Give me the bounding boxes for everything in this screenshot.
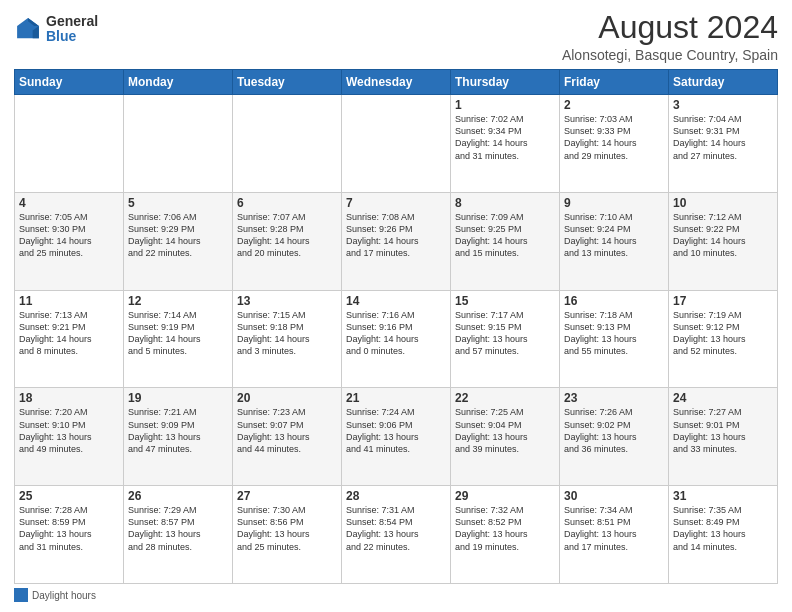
main-title: August 2024 (562, 10, 778, 45)
calendar-cell: 5Sunrise: 7:06 AM Sunset: 9:29 PM Daylig… (124, 192, 233, 290)
calendar-cell: 25Sunrise: 7:28 AM Sunset: 8:59 PM Dayli… (15, 486, 124, 584)
day-info: Sunrise: 7:25 AM Sunset: 9:04 PM Dayligh… (455, 407, 528, 453)
calendar-cell: 23Sunrise: 7:26 AM Sunset: 9:02 PM Dayli… (560, 388, 669, 486)
day-info: Sunrise: 7:06 AM Sunset: 9:29 PM Dayligh… (128, 212, 201, 258)
day-info: Sunrise: 7:21 AM Sunset: 9:09 PM Dayligh… (128, 407, 201, 453)
day-number: 25 (19, 489, 119, 503)
day-number: 9 (564, 196, 664, 210)
calendar-cell: 10Sunrise: 7:12 AM Sunset: 9:22 PM Dayli… (669, 192, 778, 290)
calendar-cell: 13Sunrise: 7:15 AM Sunset: 9:18 PM Dayli… (233, 290, 342, 388)
day-info: Sunrise: 7:05 AM Sunset: 9:30 PM Dayligh… (19, 212, 92, 258)
day-number: 6 (237, 196, 337, 210)
day-number: 19 (128, 391, 228, 405)
day-info: Sunrise: 7:19 AM Sunset: 9:12 PM Dayligh… (673, 310, 746, 356)
weekday-header: Tuesday (233, 70, 342, 95)
day-info: Sunrise: 7:04 AM Sunset: 9:31 PM Dayligh… (673, 114, 746, 160)
day-info: Sunrise: 7:03 AM Sunset: 9:33 PM Dayligh… (564, 114, 637, 160)
day-number: 7 (346, 196, 446, 210)
day-info: Sunrise: 7:27 AM Sunset: 9:01 PM Dayligh… (673, 407, 746, 453)
calendar-cell: 16Sunrise: 7:18 AM Sunset: 9:13 PM Dayli… (560, 290, 669, 388)
weekday-header: Sunday (15, 70, 124, 95)
subtitle: Alonsotegi, Basque Country, Spain (562, 47, 778, 63)
day-number: 30 (564, 489, 664, 503)
calendar-cell: 15Sunrise: 7:17 AM Sunset: 9:15 PM Dayli… (451, 290, 560, 388)
legend-item: Daylight hours (14, 588, 96, 602)
calendar-cell: 12Sunrise: 7:14 AM Sunset: 9:19 PM Dayli… (124, 290, 233, 388)
day-number: 27 (237, 489, 337, 503)
day-number: 5 (128, 196, 228, 210)
day-number: 13 (237, 294, 337, 308)
calendar-cell: 8Sunrise: 7:09 AM Sunset: 9:25 PM Daylig… (451, 192, 560, 290)
day-number: 24 (673, 391, 773, 405)
day-info: Sunrise: 7:09 AM Sunset: 9:25 PM Dayligh… (455, 212, 528, 258)
day-number: 22 (455, 391, 555, 405)
footer: Daylight hours (14, 588, 778, 602)
title-block: August 2024 Alonsotegi, Basque Country, … (562, 10, 778, 63)
day-info: Sunrise: 7:34 AM Sunset: 8:51 PM Dayligh… (564, 505, 637, 551)
logo-blue-text: Blue (46, 29, 98, 44)
day-number: 1 (455, 98, 555, 112)
calendar-cell: 27Sunrise: 7:30 AM Sunset: 8:56 PM Dayli… (233, 486, 342, 584)
day-number: 16 (564, 294, 664, 308)
day-number: 21 (346, 391, 446, 405)
day-number: 2 (564, 98, 664, 112)
calendar-week: 1Sunrise: 7:02 AM Sunset: 9:34 PM Daylig… (15, 95, 778, 193)
day-info: Sunrise: 7:02 AM Sunset: 9:34 PM Dayligh… (455, 114, 528, 160)
logo-general-text: General (46, 14, 98, 29)
calendar-cell: 24Sunrise: 7:27 AM Sunset: 9:01 PM Dayli… (669, 388, 778, 486)
logo-icon (14, 15, 42, 43)
day-info: Sunrise: 7:24 AM Sunset: 9:06 PM Dayligh… (346, 407, 419, 453)
calendar-cell: 19Sunrise: 7:21 AM Sunset: 9:09 PM Dayli… (124, 388, 233, 486)
calendar-cell (342, 95, 451, 193)
day-number: 14 (346, 294, 446, 308)
calendar-cell: 26Sunrise: 7:29 AM Sunset: 8:57 PM Dayli… (124, 486, 233, 584)
calendar-cell (15, 95, 124, 193)
day-info: Sunrise: 7:07 AM Sunset: 9:28 PM Dayligh… (237, 212, 310, 258)
day-info: Sunrise: 7:17 AM Sunset: 9:15 PM Dayligh… (455, 310, 528, 356)
day-info: Sunrise: 7:20 AM Sunset: 9:10 PM Dayligh… (19, 407, 92, 453)
day-info: Sunrise: 7:35 AM Sunset: 8:49 PM Dayligh… (673, 505, 746, 551)
legend-label: Daylight hours (32, 590, 96, 601)
calendar-header: SundayMondayTuesdayWednesdayThursdayFrid… (15, 70, 778, 95)
calendar-cell: 30Sunrise: 7:34 AM Sunset: 8:51 PM Dayli… (560, 486, 669, 584)
day-info: Sunrise: 7:15 AM Sunset: 9:18 PM Dayligh… (237, 310, 310, 356)
logo: General Blue (14, 14, 98, 45)
calendar-week: 25Sunrise: 7:28 AM Sunset: 8:59 PM Dayli… (15, 486, 778, 584)
day-number: 23 (564, 391, 664, 405)
day-number: 18 (19, 391, 119, 405)
calendar-cell: 14Sunrise: 7:16 AM Sunset: 9:16 PM Dayli… (342, 290, 451, 388)
day-info: Sunrise: 7:23 AM Sunset: 9:07 PM Dayligh… (237, 407, 310, 453)
calendar-cell: 4Sunrise: 7:05 AM Sunset: 9:30 PM Daylig… (15, 192, 124, 290)
header: General Blue August 2024 Alonsotegi, Bas… (14, 10, 778, 63)
calendar-cell: 11Sunrise: 7:13 AM Sunset: 9:21 PM Dayli… (15, 290, 124, 388)
day-info: Sunrise: 7:16 AM Sunset: 9:16 PM Dayligh… (346, 310, 419, 356)
calendar-cell: 2Sunrise: 7:03 AM Sunset: 9:33 PM Daylig… (560, 95, 669, 193)
day-number: 8 (455, 196, 555, 210)
day-info: Sunrise: 7:14 AM Sunset: 9:19 PM Dayligh… (128, 310, 201, 356)
calendar-cell (233, 95, 342, 193)
calendar-body: 1Sunrise: 7:02 AM Sunset: 9:34 PM Daylig… (15, 95, 778, 584)
day-number: 11 (19, 294, 119, 308)
calendar-week: 18Sunrise: 7:20 AM Sunset: 9:10 PM Dayli… (15, 388, 778, 486)
weekday-header: Wednesday (342, 70, 451, 95)
day-number: 3 (673, 98, 773, 112)
day-info: Sunrise: 7:30 AM Sunset: 8:56 PM Dayligh… (237, 505, 310, 551)
calendar-cell: 3Sunrise: 7:04 AM Sunset: 9:31 PM Daylig… (669, 95, 778, 193)
calendar-cell: 9Sunrise: 7:10 AM Sunset: 9:24 PM Daylig… (560, 192, 669, 290)
weekday-header: Monday (124, 70, 233, 95)
day-number: 15 (455, 294, 555, 308)
calendar-cell: 7Sunrise: 7:08 AM Sunset: 9:26 PM Daylig… (342, 192, 451, 290)
calendar-cell: 31Sunrise: 7:35 AM Sunset: 8:49 PM Dayli… (669, 486, 778, 584)
day-number: 28 (346, 489, 446, 503)
day-info: Sunrise: 7:12 AM Sunset: 9:22 PM Dayligh… (673, 212, 746, 258)
calendar-cell (124, 95, 233, 193)
weekday-header: Saturday (669, 70, 778, 95)
calendar-week: 4Sunrise: 7:05 AM Sunset: 9:30 PM Daylig… (15, 192, 778, 290)
day-info: Sunrise: 7:10 AM Sunset: 9:24 PM Dayligh… (564, 212, 637, 258)
day-info: Sunrise: 7:26 AM Sunset: 9:02 PM Dayligh… (564, 407, 637, 453)
day-info: Sunrise: 7:29 AM Sunset: 8:57 PM Dayligh… (128, 505, 201, 551)
day-info: Sunrise: 7:08 AM Sunset: 9:26 PM Dayligh… (346, 212, 419, 258)
calendar-cell: 28Sunrise: 7:31 AM Sunset: 8:54 PM Dayli… (342, 486, 451, 584)
calendar-cell: 22Sunrise: 7:25 AM Sunset: 9:04 PM Dayli… (451, 388, 560, 486)
day-number: 26 (128, 489, 228, 503)
